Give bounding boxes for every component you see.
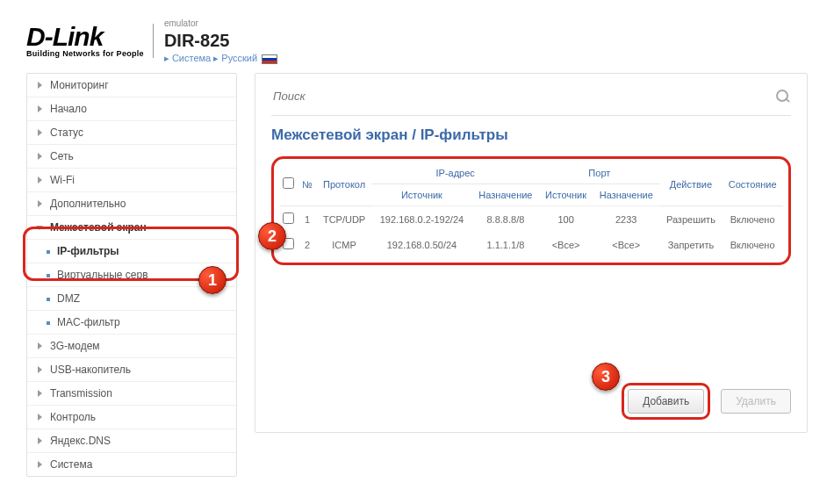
sidebar-item-label: Статус: [50, 126, 83, 139]
col-group-port: Порт: [539, 162, 659, 184]
sidebar-item-label: Дополнительно: [50, 198, 126, 210]
sidebar-item-label: Transmission: [50, 387, 112, 400]
sidebar-item-yandex-dns[interactable]: Яндекс.DNS: [27, 429, 236, 453]
flag-icon[interactable]: [262, 54, 277, 64]
col-ip-dst: Назначение: [472, 184, 540, 206]
cell-pdst: <Все>: [593, 232, 660, 257]
button-row: 3 Добавить Удалить: [586, 383, 791, 420]
chevron-right-icon: [36, 176, 45, 184]
col-port-dst: Назначение: [593, 184, 660, 206]
sidebar-item-control[interactable]: Контроль: [27, 406, 236, 429]
sidebar-item-label: Межсетевой экран: [50, 221, 147, 234]
cell-action: Запретить: [660, 232, 723, 257]
sidebar-item-system[interactable]: Система: [27, 453, 236, 476]
chevron-right-icon: [36, 199, 45, 208]
sidebar-item-label: MAC-фильтр: [57, 316, 120, 328]
col-ip-src: Источник: [371, 184, 471, 206]
sidebar-item-ip-filters[interactable]: IP-фильтры: [27, 240, 236, 263]
sidebar-item-firewall[interactable]: Межсетевой экран: [27, 216, 236, 240]
col-no: №: [298, 162, 317, 206]
cell-no: 2: [298, 232, 317, 257]
col-protocol: Протокол: [317, 162, 371, 206]
cell-no: 1: [298, 206, 317, 233]
cell-src: 192.168.0.2-192/24: [371, 206, 471, 233]
sidebar-item-mac-filter[interactable]: MAC-фильтр: [27, 311, 236, 335]
sidebar-item-label: Виртуальные серв: [57, 269, 148, 281]
row-checkbox[interactable]: [283, 212, 294, 224]
cell-src: 192.168.0.50/24: [371, 232, 471, 257]
chevron-right-icon: [36, 81, 45, 90]
cell-psrc: 100: [539, 206, 593, 233]
col-port-src: Источник: [539, 184, 593, 206]
sidebar-item-transmission[interactable]: Transmission: [27, 382, 236, 406]
sidebar-item-label: Wi-Fi: [50, 174, 75, 186]
select-all-checkbox[interactable]: [283, 177, 294, 189]
col-state: Состояние: [722, 162, 783, 206]
add-button[interactable]: Добавить: [628, 389, 704, 414]
sidebar-item-3g-modem[interactable]: 3G-модем: [27, 335, 236, 358]
chevron-down-icon: [36, 223, 45, 232]
sidebar-item-network[interactable]: Сеть: [27, 145, 236, 169]
cell-dst: 8.8.8.8/8: [472, 206, 540, 233]
table-row[interactable]: 2 ICMP 192.168.0.50/24 1.1.1.1/8 <Все> <…: [279, 232, 783, 257]
chevron-right-icon: [36, 436, 45, 445]
header: D-Link Building Networks for People emul…: [26, 18, 808, 73]
sidebar-item-label: Контроль: [50, 411, 96, 423]
main-panel: Межсетевой экран / IP-фильтры № Протокол…: [255, 73, 808, 433]
table-row[interactable]: 1 TCP/UDP 192.168.0.2-192/24 8.8.8.8/8 1…: [279, 206, 783, 233]
sidebar-item-label: IP-фильтры: [57, 245, 119, 257]
chevron-right-icon: [36, 104, 45, 113]
chevron-right-icon: ▸: [164, 53, 169, 63]
annotation-box-3: Добавить: [622, 383, 710, 420]
brand-logo: D-Link Building Networks for People: [26, 24, 154, 58]
sidebar-item-label: 3G-модем: [50, 340, 100, 352]
brand-name: D-Link: [26, 24, 144, 50]
chevron-right-icon: [36, 342, 45, 350]
sidebar-item-label: Яндекс.DNS: [50, 435, 111, 447]
crumb-system[interactable]: Система: [172, 53, 211, 63]
chevron-right-icon: [36, 152, 45, 161]
chevron-right-icon: ▸: [213, 53, 219, 63]
sidebar-item-label: USB-накопитель: [50, 364, 131, 376]
ip-filters-table: № Протокол IP-адрес Порт Действие Состоя…: [279, 162, 783, 257]
sidebar-item-label: Система: [50, 458, 92, 471]
cell-state: Включено: [722, 232, 783, 257]
chevron-right-icon: [36, 413, 45, 421]
col-group-ip: IP-адрес: [371, 162, 539, 184]
page-title: Межсетевой экран / IP-фильтры: [271, 126, 791, 144]
emulator-label: emulator: [164, 18, 277, 29]
chevron-right-icon: [36, 365, 45, 374]
delete-button[interactable]: Удалить: [721, 389, 791, 414]
cell-dst: 1.1.1.1/8: [472, 232, 540, 257]
cell-proto: TCP/UDP: [317, 206, 371, 233]
sidebar-item-monitoring[interactable]: Мониторинг: [27, 74, 236, 97]
col-action: Действие: [660, 162, 723, 206]
chevron-right-icon: [36, 460, 45, 469]
sidebar-item-wifi[interactable]: Wi-Fi: [27, 169, 236, 192]
search-icon[interactable]: [775, 89, 791, 104]
breadcrumb: ▸Система ▸Русский: [164, 52, 277, 64]
sidebar-item-status[interactable]: Статус: [27, 121, 236, 145]
search-input[interactable]: [271, 86, 775, 106]
cell-proto: ICMP: [317, 232, 371, 257]
crumb-language[interactable]: Русский: [221, 53, 257, 63]
sidebar-item-advanced[interactable]: Дополнительно: [27, 192, 236, 216]
sidebar-item-label: Начало: [50, 103, 87, 115]
annotation-bubble-3: 3: [592, 363, 620, 391]
brand-tagline: Building Networks for People: [26, 50, 144, 58]
cell-state: Включено: [722, 206, 783, 233]
sidebar-item-label: DMZ: [57, 292, 80, 305]
ip-filters-table-wrap: № Протокол IP-адрес Порт Действие Состоя…: [271, 156, 791, 265]
cell-pdst: 2233: [593, 206, 660, 233]
device-model: DIR-825: [164, 29, 277, 52]
chevron-right-icon: [36, 389, 45, 398]
device-block: emulator DIR-825 ▸Система ▸Русский: [164, 18, 277, 64]
sidebar-item-label: Сеть: [50, 150, 74, 162]
cell-action: Разрешить: [660, 206, 723, 233]
cell-psrc: <Все>: [539, 232, 593, 257]
search-bar: [271, 83, 791, 116]
sidebar-item-label: Мониторинг: [50, 79, 109, 91]
chevron-right-icon: [36, 128, 45, 137]
sidebar-item-start[interactable]: Начало: [27, 97, 236, 121]
sidebar-item-usb-storage[interactable]: USB-накопитель: [27, 358, 236, 382]
